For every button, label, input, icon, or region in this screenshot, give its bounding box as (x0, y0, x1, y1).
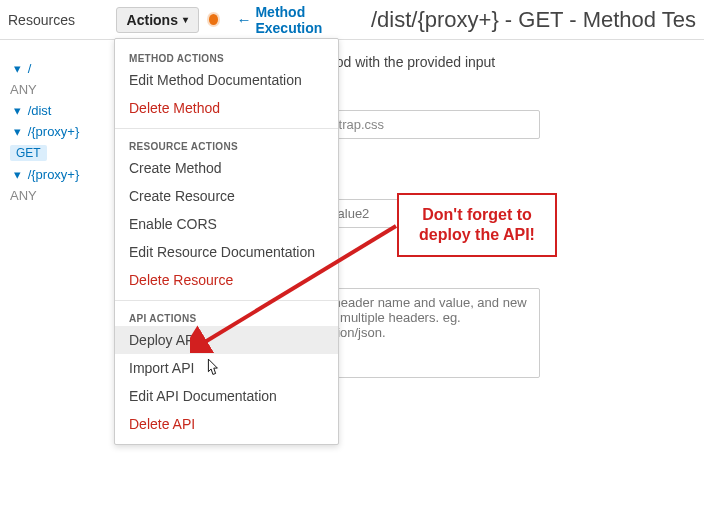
menu-divider (115, 300, 338, 301)
tree-node-dist[interactable]: /dist (28, 103, 52, 118)
menu-delete-resource[interactable]: Delete Resource (115, 266, 338, 294)
menu-section-method: METHOD ACTIONS (115, 47, 338, 66)
menu-edit-method-doc[interactable]: Edit Method Documentation (115, 66, 338, 94)
menu-delete-api[interactable]: Delete API (115, 410, 338, 438)
content: ▾ / ANY ▾ /dist ▾ /{proxy+} GET ▾ /{prox… (0, 40, 704, 506)
menu-create-method[interactable]: Create Method (115, 154, 338, 182)
menu-section-api: API ACTIONS (115, 307, 338, 326)
caret-down-icon: ▾ (183, 14, 188, 25)
actions-menu: METHOD ACTIONS Edit Method Documentation… (114, 38, 339, 445)
tree-method-any[interactable]: ANY (10, 188, 37, 203)
menu-delete-method[interactable]: Delete Method (115, 94, 338, 122)
menu-create-resource[interactable]: Create Resource (115, 182, 338, 210)
arrow-left-icon: ← (236, 11, 251, 28)
attention-dot-icon (209, 14, 219, 25)
tree-toggle-icon[interactable]: ▾ (10, 61, 24, 76)
menu-enable-cors[interactable]: Enable CORS (115, 210, 338, 238)
menu-edit-api-doc[interactable]: Edit API Documentation (115, 382, 338, 410)
tree-node-root[interactable]: / (28, 61, 32, 76)
tree-node-proxy-b[interactable]: /{proxy+} (28, 167, 80, 182)
resource-tree: ▾ / ANY ▾ /dist ▾ /{proxy+} GET ▾ /{prox… (0, 40, 120, 506)
menu-import-api[interactable]: Import API (115, 354, 338, 382)
menu-edit-resource-doc[interactable]: Edit Resource Documentation (115, 238, 338, 266)
callout-line2: deploy the API! (407, 225, 547, 245)
menu-section-resource: RESOURCE ACTIONS (115, 135, 338, 154)
method-execution-label: Method Execution (255, 4, 357, 36)
method-execution-link[interactable]: ← Method Execution (236, 4, 357, 36)
callout-line1: Don't forget to (407, 205, 547, 225)
tree-node-proxy-a[interactable]: /{proxy+} (28, 124, 80, 139)
menu-deploy-api[interactable]: Deploy API (115, 326, 338, 354)
tree-method-get[interactable]: GET (10, 145, 47, 161)
annotation-callout: Don't forget to deploy the API! (397, 193, 557, 257)
actions-button-label: Actions (127, 12, 178, 28)
tree-toggle-icon[interactable]: ▾ (10, 167, 24, 182)
tree-method-any[interactable]: ANY (10, 82, 37, 97)
tree-toggle-icon[interactable]: ▾ (10, 103, 24, 118)
page-title: /dist/{proxy+} - GET - Method Tes (371, 7, 696, 33)
top-bar: Resources Actions ▾ ← Method Execution /… (0, 0, 704, 40)
tree-toggle-icon[interactable]: ▾ (10, 124, 24, 139)
actions-button[interactable]: Actions ▾ (116, 7, 199, 33)
menu-divider (115, 128, 338, 129)
resources-heading: Resources (8, 12, 112, 28)
